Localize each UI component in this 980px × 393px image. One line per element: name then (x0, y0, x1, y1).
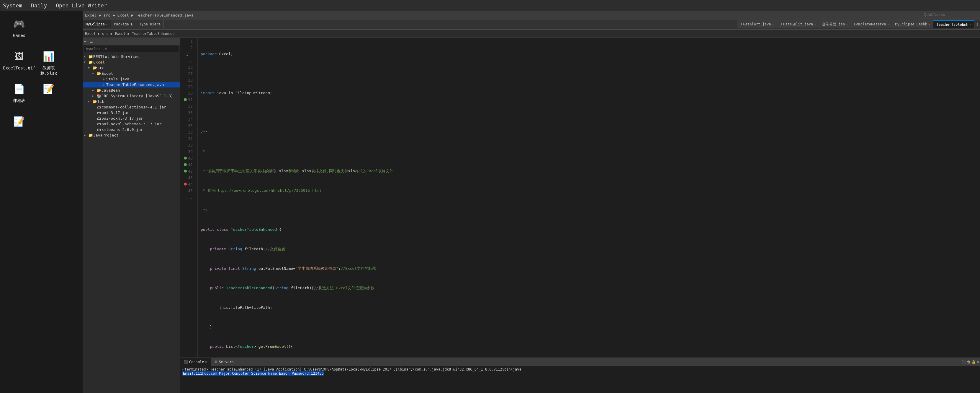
main-content: ⬅ ⬇ ☰ ▶ 📁 RESTful Web Services ▼ 📁 Excel (83, 38, 980, 393)
code-line-36: } (200, 324, 977, 331)
ide-container: Excel ▶ src ▶ Excel ▶ TeacherTableEnhanc… (83, 11, 980, 393)
tree-item-excel-pkg[interactable]: ▼ 📂 Excel (83, 70, 180, 76)
tree-item-javabean[interactable]: ▶ 📂 JavaBean (83, 88, 180, 93)
left-panel: ⬅ ⬇ ☰ ▶ 📁 RESTful Web Services ▼ 📁 Excel (83, 38, 180, 393)
restful-icon: 📁 (88, 54, 93, 59)
panel-toolbar-icon2[interactable]: ⬇ (87, 39, 89, 43)
javaproject-label: JavaProject (93, 133, 119, 137)
tree-item-lib[interactable]: ▼ 📂 lib (83, 99, 180, 104)
tree-item-jre[interactable]: ▶ 📚 JRE System Library [JavaSE-1.8] (83, 93, 180, 99)
restful-label: RESTful Web Services (93, 54, 140, 59)
code-area[interactable]: 1 2 3 ... 26 27 28 29 30 31 32 33 34 35 … (180, 38, 980, 358)
tab-package-explorer[interactable]: Package E (111, 20, 136, 28)
javaproject-icon: 📁 (88, 133, 93, 137)
src-icon: 📂 (92, 66, 97, 70)
poi-ooxml-schemas-label: poi-ooxml-schemas-3.17.jar (102, 122, 162, 126)
tree-item-poi-ooxml[interactable]: ▶ 🗃 poi-ooxml-3.17.jar (83, 115, 180, 121)
more-tabs[interactable]: 8 (974, 23, 980, 27)
ide-toolbar: Excel ▶ src ▶ Excel ▶ TeacherTableEnhanc… (83, 11, 980, 20)
daily-menu[interactable]: Daily (31, 2, 47, 9)
open-live-writer-menu[interactable]: Open Live Writer (56, 2, 107, 9)
quick-access-input[interactable] (921, 11, 980, 19)
close-teacher-table[interactable]: ✕ (969, 23, 971, 26)
jiaoshi-label: 教师表格.xlsx (35, 66, 62, 76)
tab-type-hierarchy[interactable]: Type Hiera (136, 20, 164, 28)
doc2-icon: 📝 (12, 114, 27, 129)
console-content: <terminated> TeacherTableEnhanced (1) [J… (180, 366, 980, 393)
tree-item-poi[interactable]: ▶ 🗃 poi-3.17.jar (83, 110, 180, 115)
console-tabs: ⬛ Console ✕ 🖥 Servers ⬛ 🗑 🔒 ⚙ (180, 358, 980, 366)
poi-ooxml-schemas-icon: 🗃 (96, 122, 102, 126)
console-scroll-lock-icon[interactable]: 🔒 (972, 360, 976, 364)
code-line-26: /** (200, 129, 977, 135)
tree-item-commons[interactable]: ▶ 🗃 commons-collections4-4.1.jar (83, 104, 180, 110)
code-line-30: */ (200, 207, 977, 213)
editor-tab-datesplit[interactable]: J DateSplit.java ✕ (777, 20, 819, 28)
close-myeclipse-dash[interactable]: ✕ (928, 23, 930, 26)
editor-tab-myeclipse-dash[interactable]: MyEclipse Dashb ✕ (892, 20, 933, 28)
desktop-icon-doc1[interactable]: 📝 (35, 81, 62, 111)
panel-toolbar-icon3[interactable]: ☰ (90, 39, 93, 43)
editor-tab-teacher-table[interactable]: TeacherTableEnh ✕ (933, 20, 974, 28)
console-area: ⬛ Console ✕ 🖥 Servers ⬛ 🗑 🔒 ⚙ (180, 358, 980, 393)
desktop-icon-empty1 (35, 16, 62, 46)
panel-toolbar: ⬅ ⬇ ☰ (83, 38, 180, 45)
tree-item-excel[interactable]: ▼ 📁 Excel (83, 59, 180, 65)
teacher-table-icon: ☕ (101, 82, 106, 87)
games-icon: 🎮 (12, 16, 27, 31)
servers-icon: 🖥 (214, 360, 218, 364)
tab-servers[interactable]: 🖥 Servers (211, 358, 237, 366)
desktop-icon-exceltest[interactable]: 🖼 ExcelTest.gif (6, 49, 32, 78)
close-getalert[interactable]: ✕ (772, 23, 774, 26)
poi-ooxml-label: poi-ooxml-3.17.jar (102, 116, 143, 121)
desktop-icon-jiaoshi[interactable]: 📊 教师表格.xlsx (35, 49, 62, 78)
lib-icon: 📂 (92, 99, 97, 104)
console-stop-icon[interactable]: ⬛ (962, 360, 966, 364)
code-content[interactable]: package Excel; import java.io.FileInputS… (198, 38, 980, 358)
console-clear-icon[interactable]: 🗑 (967, 360, 970, 364)
panel-tab-bar: MyEclipse ✕ Package E Type Hiera J GetAl… (83, 20, 980, 30)
tab-console[interactable]: ⬛ Console ✕ (180, 358, 211, 366)
tree-item-javaproject[interactable]: ▶ 📁 JavaProject (83, 133, 180, 138)
code-line-37: public List<Teacher> getFromExcel(){ (200, 343, 977, 350)
editor-path-text: Excel ▶ src ▶ Excel ▶ TeacherTableEnhanc… (85, 32, 174, 36)
console-toolbar: ⬛ 🗑 🔒 ⚙ (961, 358, 980, 366)
jre-icon: 📚 (96, 94, 102, 98)
close-completereserva[interactable]: ✕ (887, 23, 889, 26)
editor-tab-getalert[interactable]: J GetAlert.java ✕ (737, 20, 777, 28)
tree-item-src[interactable]: ▼ 📂 src (83, 65, 180, 70)
desktop-icon-games[interactable]: 🎮 Games (6, 16, 32, 46)
desktop: 🎮 Games 🖼 ExcelTest.gif 📊 教师表格.xlsx 📄 课程… (0, 11, 83, 393)
code-line-33: private final String outPutSheetName="学生… (200, 265, 977, 272)
kechengbiao-icon: 📄 (12, 81, 27, 96)
tree-item-xmlbeans[interactable]: ▶ 🗃 xmlbeans-2.6.0.jar (83, 127, 180, 133)
system-menu[interactable]: System (3, 2, 22, 9)
editor-tab-completereserva[interactable]: CompleteReserva ✕ (851, 20, 892, 28)
console-close[interactable]: ✕ (205, 360, 207, 363)
expand-arrow: ▼ (92, 72, 96, 75)
code-line-31: public class TeacherTableEnhanced { (200, 226, 977, 233)
editor-tab-login[interactable]: 登录界面.jsp ✕ (819, 20, 851, 28)
code-line-28: * 该类用于教师于学生对应关系表格的读取.xlsx和输出.xlsx表格文件,同时… (200, 168, 977, 174)
desktop-icon-kechengbiao[interactable]: 📄 课程表 (6, 81, 32, 111)
code-line-29: * 参考https://www.cnblogs.com/hhhshct/p/72… (200, 187, 977, 194)
commons-label: commons-collections4-4.1.jar (102, 105, 166, 109)
console-settings-icon[interactable]: ⚙ (977, 360, 979, 364)
close-login[interactable]: ✕ (846, 23, 848, 26)
close-datesplit[interactable]: ✕ (814, 23, 816, 26)
tree-item-restful[interactable]: ▶ 📁 RESTful Web Services (83, 54, 180, 59)
myeclipse-tab-close[interactable]: ✕ (106, 23, 108, 26)
expand-arrow: ▼ (84, 61, 88, 64)
xmlbeans-label: xmlbeans-2.6.0.jar (102, 127, 143, 132)
panel-toolbar-icon1[interactable]: ⬅ (84, 39, 86, 43)
exceltest-icon: 🖼 (12, 49, 27, 64)
tab-myeclipse[interactable]: MyEclipse ✕ (83, 20, 111, 28)
console-terminated-line: <terminated> TeacherTableEnhanced (1) [J… (182, 367, 978, 371)
filter-input[interactable] (84, 45, 178, 52)
tree-item-poi-ooxml-schemas[interactable]: ▶ 🗃 poi-ooxml-schemas-3.17.jar (83, 121, 180, 127)
tree-item-teacher-table[interactable]: ▶ ☕ TeacherTableEnhanced.java (83, 82, 180, 88)
code-line-34: public TeacherTableEnhanced(String fileP… (200, 285, 977, 291)
tree-item-style[interactable]: ▶ ☕ Style.java (83, 76, 180, 82)
kechengbiao-label: 课程表 (13, 98, 25, 104)
desktop-icon-doc2[interactable]: 📝 (6, 114, 32, 144)
